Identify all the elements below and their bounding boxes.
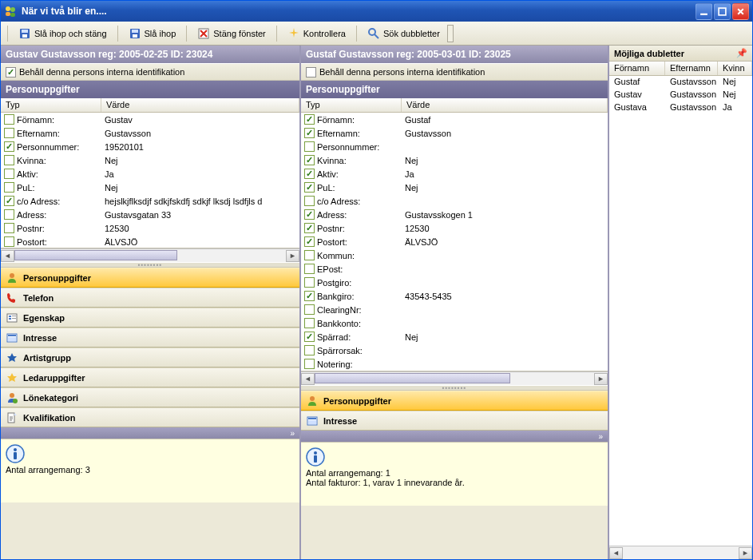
col-typ-header[interactable]: Typ bbox=[301, 98, 402, 112]
table-row[interactable]: Postort:ÄLVSJÖ bbox=[1, 235, 299, 248]
table-row[interactable]: Personnummer: bbox=[301, 140, 608, 153]
duplicates-grid[interactable]: Förnamn Efternamn Kvinn GustafGustavsson… bbox=[609, 62, 752, 546]
table-row[interactable]: Adress:Gustavsgatan 33 bbox=[1, 208, 299, 221]
row-checkbox[interactable] bbox=[4, 128, 14, 138]
row-checkbox[interactable] bbox=[304, 345, 315, 355]
scroll-track[interactable] bbox=[315, 373, 594, 385]
row-checkbox[interactable] bbox=[304, 304, 315, 315]
row-checkbox[interactable] bbox=[304, 114, 315, 125]
dup-col-female[interactable]: Kvinn bbox=[718, 62, 752, 75]
table-row[interactable]: Postnr:12530 bbox=[1, 221, 299, 235]
pin-icon[interactable]: 📌 bbox=[736, 48, 747, 58]
scroll-right-arrow[interactable]: ► bbox=[594, 373, 608, 385]
row-checkbox[interactable] bbox=[304, 169, 315, 179]
table-row[interactable]: Kvinna:Nej bbox=[1, 153, 299, 167]
table-row[interactable]: Spärrad:Nej bbox=[301, 330, 608, 344]
row-checkbox[interactable] bbox=[304, 196, 315, 206]
table-row[interactable]: Aktiv:Ja bbox=[1, 167, 299, 181]
table-row[interactable]: Postgiro: bbox=[301, 276, 608, 289]
gripper[interactable]: ▪▪▪▪▪▪▪▪ bbox=[301, 385, 608, 391]
scroll-thumb[interactable] bbox=[14, 250, 177, 260]
dup-col-lastname[interactable]: Efternamn bbox=[665, 62, 718, 75]
row-checkbox[interactable] bbox=[4, 236, 14, 247]
col-typ-header[interactable]: Typ bbox=[1, 98, 101, 112]
row-checkbox[interactable] bbox=[4, 196, 14, 206]
mid-expand-bar[interactable]: » bbox=[301, 431, 608, 442]
row-checkbox[interactable] bbox=[304, 236, 315, 247]
nav-item-intresse[interactable]: Intresse bbox=[1, 328, 299, 348]
row-checkbox[interactable] bbox=[4, 223, 14, 233]
table-row[interactable]: Postort:ÄLVSJÖ bbox=[301, 235, 608, 248]
nav-item-personuppgifter[interactable]: Personuppgifter bbox=[1, 268, 299, 288]
row-checkbox[interactable] bbox=[304, 250, 315, 260]
table-row[interactable]: c/o Adress: bbox=[301, 194, 608, 208]
row-checkbox[interactable] bbox=[304, 359, 315, 369]
minimize-button[interactable] bbox=[696, 3, 712, 20]
nav-item-egenskap[interactable]: Egenskap bbox=[1, 308, 299, 328]
nav-item-kvalifikation[interactable]: Kvalifikation bbox=[1, 407, 299, 427]
table-row[interactable]: Bankkonto: bbox=[301, 316, 608, 330]
row-checkbox[interactable] bbox=[4, 169, 14, 179]
duplicate-row[interactable]: GustafGustavssonNej bbox=[609, 76, 752, 89]
search-dup-button[interactable]: Sök dubbletter bbox=[362, 25, 446, 42]
table-row[interactable]: Efternamn:Gustavsson bbox=[301, 126, 608, 140]
col-val-header[interactable]: Värde bbox=[101, 98, 299, 112]
table-row[interactable]: Förnamn:Gustaf bbox=[301, 113, 608, 126]
mid-hscroll[interactable]: ◄ ► bbox=[301, 371, 608, 385]
row-checkbox[interactable] bbox=[304, 128, 315, 138]
row-checkbox[interactable] bbox=[4, 182, 14, 193]
table-row[interactable]: ClearingNr: bbox=[301, 303, 608, 316]
row-checkbox[interactable] bbox=[4, 141, 14, 152]
check-button[interactable]: Kontrollera bbox=[282, 25, 351, 42]
row-checkbox[interactable] bbox=[304, 264, 315, 274]
row-checkbox[interactable] bbox=[4, 155, 14, 165]
mid-grid[interactable]: Typ Värde Förnamn:GustafEfternamn:Gustav… bbox=[301, 98, 608, 371]
table-row[interactable]: Aktiv:Ja bbox=[301, 167, 608, 181]
gripper[interactable]: ▪▪▪▪▪▪▪▪ bbox=[1, 262, 299, 268]
nav-item-telefon[interactable]: Telefon bbox=[1, 288, 299, 308]
scroll-right-arrow[interactable]: ► bbox=[739, 547, 752, 559]
scroll-left-arrow[interactable]: ◄ bbox=[301, 373, 315, 385]
row-checkbox[interactable] bbox=[304, 277, 315, 288]
maximize-button[interactable] bbox=[714, 3, 731, 20]
table-row[interactable]: Efternamn:Gustavsson bbox=[1, 126, 299, 140]
left-keep-checkbox[interactable] bbox=[6, 67, 16, 77]
close-windows-button[interactable]: Stäng fönster bbox=[192, 25, 271, 42]
table-row[interactable]: Bankgiro:43543-5435 bbox=[301, 289, 608, 303]
merge-button[interactable]: Slå ihop bbox=[123, 25, 182, 42]
table-row[interactable]: Kommun: bbox=[301, 248, 608, 262]
table-row[interactable]: Notering: bbox=[301, 357, 608, 371]
table-row[interactable]: Spärrorsak: bbox=[301, 344, 608, 357]
row-checkbox[interactable] bbox=[4, 209, 14, 220]
scroll-left-arrow[interactable]: ◄ bbox=[609, 547, 623, 559]
table-row[interactable]: Kvinna:Nej bbox=[301, 153, 608, 167]
row-checkbox[interactable] bbox=[304, 209, 315, 220]
nav-item-artistgrupp[interactable]: Artistgrupp bbox=[1, 348, 299, 367]
row-checkbox[interactable] bbox=[304, 155, 315, 165]
row-checkbox[interactable] bbox=[304, 223, 315, 233]
table-row[interactable]: Förnamn:Gustav bbox=[1, 113, 299, 126]
scroll-left-arrow[interactable]: ◄ bbox=[1, 250, 14, 262]
table-row[interactable]: PuL:Nej bbox=[1, 181, 299, 194]
left-grid[interactable]: Typ Värde Förnamn:GustavEfternamn:Gustav… bbox=[1, 98, 299, 248]
scroll-thumb[interactable] bbox=[315, 373, 510, 383]
row-checkbox[interactable] bbox=[4, 114, 14, 125]
dup-col-firstname[interactable]: Förnamn bbox=[609, 62, 665, 75]
nav-item-ledaruppgifter[interactable]: Ledaruppgifter bbox=[1, 367, 299, 387]
table-row[interactable]: c/o Adress:hejslkjflksdjf sdkjfskdfj sdk… bbox=[1, 194, 299, 208]
duplicate-row[interactable]: GustavGustavssonNej bbox=[609, 89, 752, 101]
nav-item-lönekategori[interactable]: Lönekategori bbox=[1, 387, 299, 407]
right-hscroll[interactable]: ◄ ► bbox=[609, 546, 752, 559]
row-checkbox[interactable] bbox=[304, 318, 315, 328]
table-row[interactable]: Postnr:12530 bbox=[301, 221, 608, 235]
close-button[interactable] bbox=[732, 3, 749, 20]
row-checkbox[interactable] bbox=[304, 332, 315, 342]
duplicate-row[interactable]: GustavaGustavssonJa bbox=[609, 101, 752, 114]
row-checkbox[interactable] bbox=[304, 291, 315, 301]
toolbar-overflow[interactable] bbox=[447, 25, 454, 42]
left-expand-bar[interactable]: » bbox=[1, 427, 299, 439]
merge-close-button[interactable]: Slå ihop och stäng bbox=[13, 25, 113, 42]
table-row[interactable]: EPost: bbox=[301, 262, 608, 276]
scroll-track[interactable] bbox=[14, 250, 286, 262]
nav-item-intresse[interactable]: Intresse bbox=[301, 411, 608, 431]
